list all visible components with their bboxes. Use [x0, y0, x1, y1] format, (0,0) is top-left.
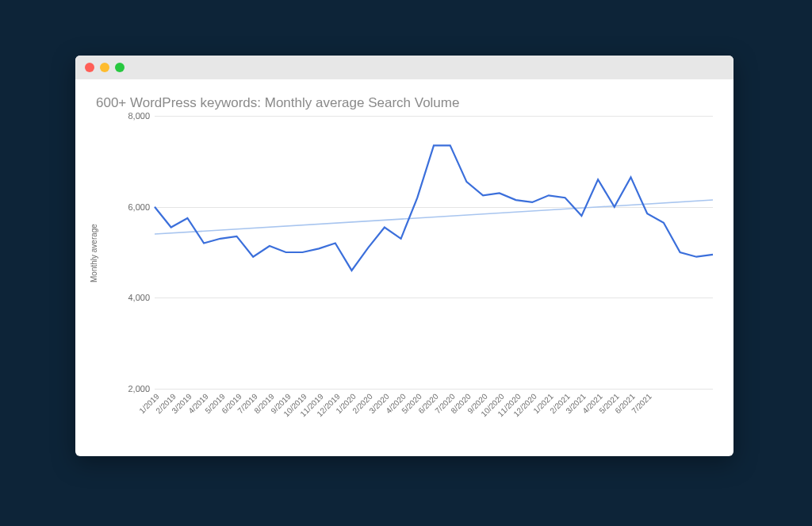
minimize-icon[interactable] — [100, 63, 109, 72]
series-line — [155, 145, 713, 271]
chart-container: 600+ WordPress keywords: Monthly average… — [75, 79, 733, 456]
y-tick-label: 2,000 — [118, 384, 150, 394]
y-axis-label: Monthly average — [90, 224, 98, 282]
chart-svg — [155, 116, 713, 389]
plot-area: Monthly average 2,0004,0006,0008,000 1/2… — [94, 116, 713, 449]
y-tick-label: 6,000 — [118, 202, 150, 212]
y-tick-label: 4,000 — [118, 293, 150, 302]
y-tick-label: 8,000 — [118, 111, 150, 121]
browser-window: 600+ WordPress keywords: Monthly average… — [75, 56, 733, 456]
close-icon[interactable] — [85, 63, 94, 72]
zoom-icon[interactable] — [115, 63, 124, 72]
x-axis-ticks: 1/20192/20193/20194/20195/20196/20197/20… — [155, 392, 713, 447]
trend-line — [155, 200, 713, 234]
window-titlebar — [75, 56, 733, 79]
gridline — [155, 389, 713, 390]
chart-title: 600+ WordPress keywords: Monthly average… — [96, 95, 714, 111]
